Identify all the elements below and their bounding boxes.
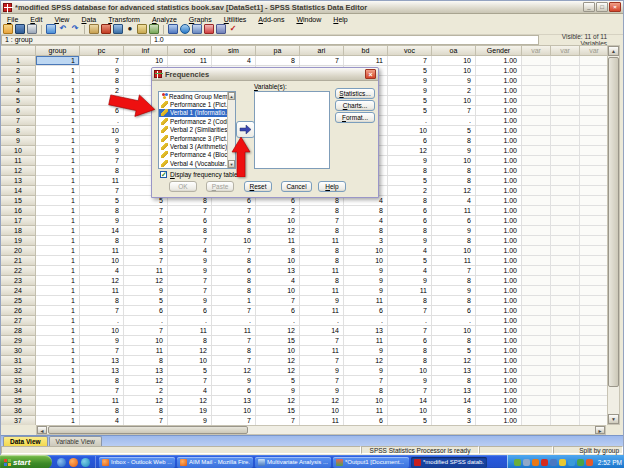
split-file-icon[interactable] xyxy=(168,24,178,34)
row-number[interactable]: 25 xyxy=(1,296,36,306)
row-number[interactable]: 29 xyxy=(1,336,36,346)
menu-item-view[interactable]: View xyxy=(48,16,75,23)
cell[interactable]: 7 xyxy=(80,386,124,396)
cell-empty[interactable] xyxy=(522,376,551,386)
cell-empty[interactable] xyxy=(522,276,551,286)
update-icon[interactable] xyxy=(559,459,566,466)
column-header-ari[interactable]: ari xyxy=(300,45,344,56)
cell[interactable]: 1.00 xyxy=(476,216,522,226)
cell-empty[interactable] xyxy=(522,236,551,246)
row-number[interactable]: 31 xyxy=(1,356,36,366)
cell-empty[interactable] xyxy=(580,106,609,116)
cell-empty[interactable] xyxy=(551,336,580,346)
cell[interactable]: 12 xyxy=(212,366,256,376)
cell[interactable]: 6 xyxy=(388,336,432,346)
cell[interactable]: 12 xyxy=(256,356,300,366)
cell[interactable]: 1.00 xyxy=(476,136,522,146)
cell[interactable]: 10 xyxy=(168,356,212,366)
cell[interactable]: 9 xyxy=(80,66,124,76)
cell[interactable]: 11 xyxy=(300,266,344,276)
cell[interactable]: 5 xyxy=(388,256,432,266)
start-button[interactable]: start xyxy=(0,455,52,468)
row-number[interactable]: 15 xyxy=(1,196,36,206)
cell-empty[interactable] xyxy=(522,106,551,116)
cell[interactable]: 7 xyxy=(80,186,124,196)
cell[interactable]: 11 xyxy=(300,416,344,425)
cell-empty[interactable] xyxy=(522,406,551,416)
print-icon[interactable] xyxy=(27,24,37,34)
cell[interactable]: 6 xyxy=(168,306,212,316)
cell[interactable]: . xyxy=(388,316,432,326)
cell[interactable]: 11 xyxy=(388,286,432,296)
cell[interactable]: 10 xyxy=(344,246,388,256)
row-number[interactable]: 35 xyxy=(1,396,36,406)
cell[interactable]: 11 xyxy=(344,296,388,306)
cell-empty[interactable] xyxy=(580,286,609,296)
cell-empty[interactable] xyxy=(551,96,580,106)
cell[interactable]: 1.00 xyxy=(476,106,522,116)
cell[interactable]: 1.00 xyxy=(476,416,522,425)
cell[interactable]: 8 xyxy=(80,376,124,386)
cell[interactable]: 11 xyxy=(212,326,256,336)
save-icon[interactable] xyxy=(15,24,25,34)
row-number[interactable]: 10 xyxy=(1,146,36,156)
cell[interactable]: 13 xyxy=(212,396,256,406)
cell[interactable]: 7 xyxy=(300,56,344,66)
cell-empty[interactable] xyxy=(551,396,580,406)
cell[interactable]: 8 xyxy=(80,296,124,306)
row-number[interactable]: 9 xyxy=(1,136,36,146)
cell[interactable]: 9 xyxy=(256,386,300,396)
cell[interactable]: 8 xyxy=(344,386,388,396)
row-number[interactable]: 37 xyxy=(1,416,36,425)
cell[interactable]: 1.00 xyxy=(476,226,522,236)
column-header-var[interactable]: var xyxy=(580,45,609,56)
cancel-button[interactable]: Cancel xyxy=(281,181,312,192)
cell[interactable]: 1 xyxy=(36,316,80,326)
cell[interactable]: 7 xyxy=(212,416,256,425)
variable-list-item[interactable]: Performance 4 (Bloc... xyxy=(159,151,228,159)
cell[interactable]: 7 xyxy=(388,386,432,396)
cell-empty[interactable] xyxy=(580,386,609,396)
row-number[interactable]: 26 xyxy=(1,306,36,316)
cell[interactable]: 9 xyxy=(432,286,476,296)
cell-empty[interactable] xyxy=(551,196,580,206)
cell[interactable]: 1 xyxy=(36,356,80,366)
cell[interactable]: 9 xyxy=(300,296,344,306)
column-header-voc[interactable]: voc xyxy=(388,45,432,56)
cell[interactable]: 12 xyxy=(300,396,344,406)
cell[interactable]: 8 xyxy=(80,406,124,416)
column-header-pc[interactable]: pc xyxy=(80,45,124,56)
cell[interactable]: 9 xyxy=(344,346,388,356)
cell[interactable]: 10 xyxy=(388,406,432,416)
dialog-title-bar[interactable]: Frequencies × xyxy=(152,68,378,81)
cell[interactable]: 1 xyxy=(36,246,80,256)
cell[interactable]: 7 xyxy=(300,336,344,346)
cell[interactable]: 4 xyxy=(168,246,212,256)
cell[interactable]: . xyxy=(344,316,388,326)
menu-item-help[interactable]: Help xyxy=(327,16,353,23)
cell[interactable]: 9 xyxy=(80,336,124,346)
cell[interactable]: 9 xyxy=(388,376,432,386)
scroll-left-icon[interactable]: ◄ xyxy=(37,426,47,434)
cell[interactable]: 10 xyxy=(256,256,300,266)
cell[interactable]: 8 xyxy=(432,176,476,186)
cell-empty[interactable] xyxy=(580,76,609,86)
cell[interactable]: 1.00 xyxy=(476,276,522,286)
row-number[interactable]: 30 xyxy=(1,346,36,356)
cell[interactable]: 7 xyxy=(168,376,212,386)
cell[interactable]: 10 xyxy=(256,286,300,296)
cell[interactable]: 10 xyxy=(432,56,476,66)
target-variables-box[interactable] xyxy=(254,91,330,169)
menu-item-window[interactable]: Window xyxy=(290,16,327,23)
cell[interactable]: 12 xyxy=(80,276,124,286)
cell-empty[interactable] xyxy=(580,206,609,216)
volume-icon[interactable] xyxy=(568,459,575,466)
cell[interactable]: . xyxy=(124,316,168,326)
goto-case-icon[interactable] xyxy=(101,24,111,34)
cell[interactable]: 1 xyxy=(36,266,80,276)
cell[interactable]: . xyxy=(388,116,432,126)
cell-empty[interactable] xyxy=(522,246,551,256)
cell[interactable]: 9 xyxy=(300,366,344,376)
paste-button[interactable]: Paste xyxy=(206,181,234,192)
close-button[interactable]: × xyxy=(609,2,621,12)
